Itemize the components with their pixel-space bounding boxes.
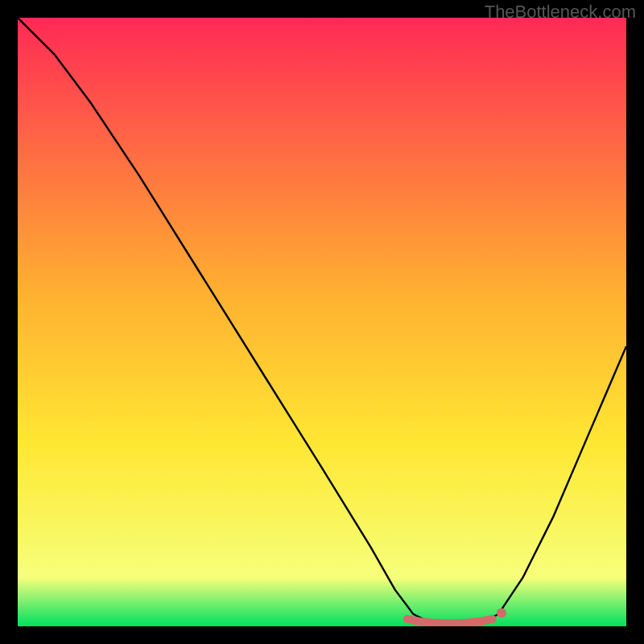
optimal-band (407, 619, 493, 623)
gradient-background (18, 18, 626, 626)
watermark-text: TheBottleneck.com (485, 2, 636, 23)
plot-area (18, 18, 626, 626)
chart-svg (18, 18, 626, 626)
chart-frame: TheBottleneck.com (0, 0, 644, 644)
optimal-band-endpoint (497, 608, 506, 617)
